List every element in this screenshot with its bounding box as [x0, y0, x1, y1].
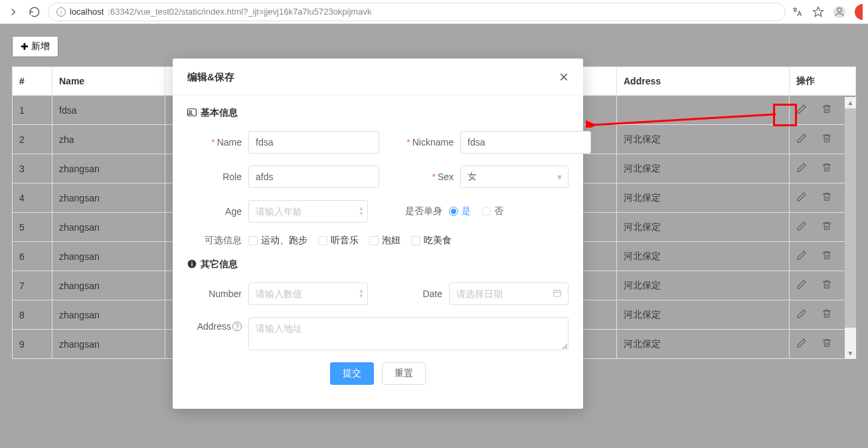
label-single: 是否单身	[388, 205, 442, 217]
number-stepper[interactable]: ▲▼	[359, 288, 364, 299]
checkbox-icon	[248, 236, 258, 245]
edit-icon[interactable]	[796, 308, 807, 321]
cell-address: 河北保定	[617, 125, 790, 154]
edit-icon[interactable]	[796, 338, 807, 350]
url-host: localhost	[70, 7, 104, 17]
cell-address: 河北保定	[617, 154, 790, 183]
submit-button[interactable]: 提交	[330, 362, 374, 385]
edit-icon[interactable]	[796, 221, 807, 233]
address-textarea[interactable]	[248, 317, 568, 350]
edit-icon[interactable]	[796, 162, 807, 175]
label-name: Name	[187, 137, 242, 148]
radio-dot-icon	[481, 207, 491, 216]
browser-edge-indicator	[855, 4, 863, 20]
checkbox-option[interactable]: 运动、跑步	[248, 235, 307, 247]
cell-address: 河北保定	[617, 271, 790, 300]
label-date: Date	[388, 288, 442, 299]
label-address: Address ?	[187, 317, 242, 332]
checkbox-option[interactable]: 泡妞	[369, 235, 400, 247]
forward-button[interactable]	[5, 4, 21, 20]
checkbox-label: 听音乐	[331, 235, 359, 247]
cell-index: 6	[13, 242, 52, 271]
cell-name: zhangsan	[52, 271, 165, 300]
checkbox-label: 运动、跑步	[261, 235, 307, 247]
radio-yes[interactable]: 是	[449, 205, 471, 217]
date-input[interactable]	[449, 282, 568, 305]
checkbox-icon	[369, 236, 379, 245]
edit-icon[interactable]	[796, 279, 807, 292]
label-age: Age	[187, 206, 242, 217]
radio-no[interactable]: 否	[481, 205, 503, 217]
cell-address	[617, 96, 790, 125]
reload-button[interactable]	[27, 4, 43, 20]
reset-button[interactable]: 重置	[382, 362, 426, 385]
bookmark-star-icon[interactable]	[812, 6, 824, 18]
edit-icon[interactable]	[796, 191, 807, 204]
edit-icon[interactable]	[796, 133, 807, 146]
label-optional: 可选信息	[187, 235, 242, 247]
cell-index: 9	[13, 330, 52, 359]
age-input[interactable]	[248, 200, 368, 223]
role-input[interactable]	[248, 166, 379, 188]
delete-icon[interactable]	[822, 104, 832, 116]
col-header-index: #	[13, 67, 52, 96]
modal-close-button[interactable]: ×	[559, 69, 568, 85]
checkbox-icon	[411, 236, 420, 245]
cell-address: 河北保定	[617, 300, 790, 330]
delete-icon[interactable]	[822, 338, 832, 350]
section-other-info: 其它信息	[187, 259, 568, 271]
number-input[interactable]	[248, 282, 368, 305]
svg-rect-6	[191, 261, 192, 261]
site-info-icon[interactable]: i	[56, 7, 66, 17]
delete-icon[interactable]	[822, 279, 832, 292]
cell-name: zhangsan	[52, 242, 165, 271]
help-icon[interactable]: ?	[232, 322, 242, 331]
checkbox-option[interactable]: 吃美食	[411, 235, 452, 247]
col-header-actions: 操作	[790, 67, 856, 96]
delete-icon[interactable]	[822, 221, 832, 233]
svg-point-1	[837, 8, 841, 12]
name-input[interactable]	[248, 131, 379, 154]
label-number: Number	[187, 288, 242, 299]
id-card-icon	[187, 108, 197, 118]
url-path: :63342/vue_test02/static/index.html?_ijt…	[108, 7, 371, 17]
delete-icon[interactable]	[822, 308, 832, 321]
cell-index: 8	[13, 300, 52, 330]
delete-icon[interactable]	[822, 133, 832, 146]
cell-index: 5	[13, 213, 52, 242]
cell-index: 4	[13, 183, 52, 213]
add-button[interactable]: ✚ 新增	[12, 36, 58, 57]
nickname-input[interactable]	[460, 131, 591, 154]
cell-name: zha	[52, 125, 165, 154]
cell-index: 7	[13, 271, 52, 300]
profile-avatar-icon[interactable]	[833, 6, 845, 18]
cell-name: zhangsan	[52, 330, 165, 359]
age-stepper[interactable]: ▲▼	[359, 206, 364, 217]
cell-index: 2	[13, 125, 52, 154]
delete-icon[interactable]	[822, 191, 832, 204]
address-bar[interactable]: i localhost:63342/vue_test02/static/inde…	[48, 3, 786, 21]
cell-name: zhangsan	[52, 300, 165, 330]
label-role: Role	[187, 171, 242, 182]
cell-name: zhangsan	[52, 213, 165, 242]
delete-icon[interactable]	[822, 250, 832, 263]
translate-icon[interactable]	[791, 6, 803, 18]
cell-index: 1	[13, 96, 52, 125]
edit-icon[interactable]	[796, 250, 807, 263]
modal-title: 编辑&保存	[187, 71, 234, 84]
edit-modal: 编辑&保存 × 基本信息 Name Nickname Role Sex	[173, 58, 583, 409]
delete-icon[interactable]	[822, 162, 832, 175]
checkbox-label: 吃美食	[424, 235, 452, 247]
cell-index: 3	[13, 154, 52, 183]
edit-icon[interactable]	[796, 104, 807, 116]
col-header-name: Name	[52, 67, 165, 96]
table-scrollbar[interactable]: ▲ ▼	[845, 97, 856, 359]
cell-name: zhangsan	[52, 154, 165, 183]
col-header-address: Address	[617, 67, 790, 96]
browser-toolbar: i localhost:63342/vue_test02/static/inde…	[0, 0, 868, 24]
info-icon	[187, 259, 197, 271]
section-basic-info: 基本信息	[187, 107, 568, 119]
checkbox-option[interactable]: 听音乐	[318, 235, 359, 247]
sex-select[interactable]	[460, 166, 568, 188]
svg-rect-5	[191, 263, 192, 266]
